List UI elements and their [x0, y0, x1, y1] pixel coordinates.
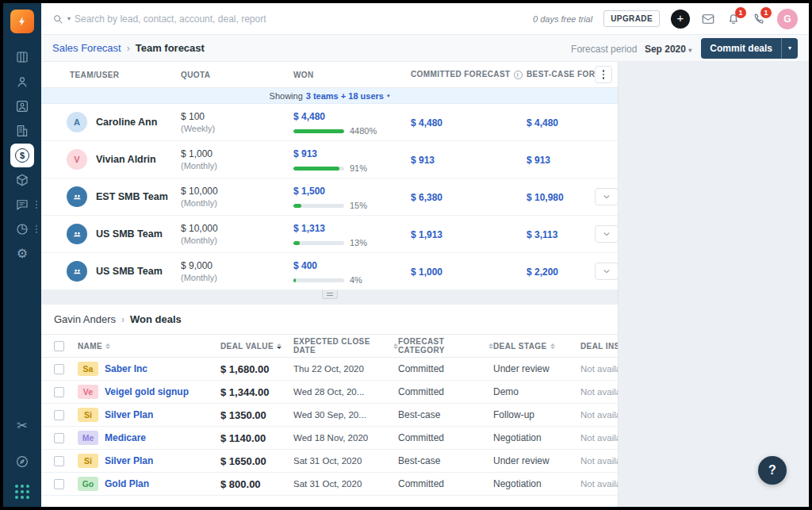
resize-drag-handle[interactable] — [322, 290, 338, 299]
sidebar-item-shortcuts[interactable]: ✂ — [15, 413, 29, 438]
deal-name-link[interactable]: Saber Inc — [105, 363, 147, 374]
committed-forecast-link[interactable]: $ 4,480 — [411, 117, 442, 128]
showing-teams-users-link[interactable]: 3 teams + 18 users — [306, 91, 384, 101]
best-case-forecast-link[interactable]: $ 4,480 — [527, 117, 558, 128]
sidebar-item-contacts[interactable] — [3, 69, 41, 94]
team-user-name[interactable]: Caroline Ann — [96, 117, 157, 128]
deal-row: SiSilver Plan $ 1650.00 Sat 31 Oct, 2020… — [41, 450, 618, 473]
table-kebab-menu-button[interactable] — [595, 66, 612, 83]
best-case-forecast-link[interactable]: $ 3,113 — [527, 229, 557, 240]
row-checkbox[interactable] — [54, 387, 64, 397]
freshworks-logo[interactable] — [10, 10, 34, 33]
expand-row-button[interactable] — [595, 188, 619, 205]
row-checkbox[interactable] — [54, 433, 64, 443]
team-user-name[interactable]: EST SMB Team — [96, 191, 168, 202]
chevron-down-icon — [603, 230, 611, 238]
team-user-name[interactable]: US SMB Team — [96, 228, 163, 240]
search-caret-icon[interactable]: ▾ — [67, 16, 71, 22]
committed-forecast-link[interactable]: $ 1,913 — [411, 229, 442, 240]
won-percent: 4% — [350, 275, 362, 285]
team-group-icon — [71, 191, 83, 203]
column-header-won[interactable]: WON — [293, 71, 411, 79]
sidebar-bottom: ✂ — [15, 413, 29, 499]
sort-icon[interactable] — [277, 343, 282, 349]
expand-row-button[interactable] — [595, 263, 619, 280]
breadcrumb-sales-forecast[interactable]: Sales Forecast — [52, 42, 121, 54]
deal-name-link[interactable]: Veigel gold signup — [105, 386, 189, 397]
column-header-deal-value[interactable]: DEAL VALUE — [220, 342, 293, 351]
sidebar-item-leads[interactable] — [3, 94, 41, 118]
team-user-name[interactable]: Vivian Aldrin — [96, 154, 156, 165]
column-header-deal-insight[interactable]: DEAL INSIG... — [580, 342, 618, 351]
item-kebab-icon[interactable] — [36, 201, 37, 209]
breadcrumb-separator-icon: › — [127, 43, 130, 54]
team-avatar — [67, 224, 87, 244]
column-header-close-date[interactable]: EXPECTED CLOSE DATE — [293, 337, 398, 355]
sidebar-item-settings[interactable]: ⚙ — [3, 241, 41, 266]
apps-switcher-icon[interactable] — [15, 485, 29, 499]
info-icon[interactable]: i — [514, 71, 523, 79]
row-checkbox[interactable] — [54, 364, 64, 374]
team-user-name[interactable]: US SMB Team — [96, 266, 163, 277]
commit-deals-button[interactable]: Commit deals ▾ — [701, 38, 798, 59]
search-icon[interactable] — [52, 13, 63, 25]
upgrade-button[interactable]: UPGRADE — [603, 10, 660, 27]
column-header-best-case[interactable]: BEST-CASE FOREC...i — [527, 70, 595, 79]
active-pill: $ — [10, 144, 34, 167]
won-amount-link[interactable]: $ 913 — [293, 148, 317, 159]
email-button[interactable] — [701, 12, 715, 26]
sidebar-item-products[interactable] — [3, 167, 41, 192]
deal-stage: Follow-up — [493, 409, 534, 420]
notifications-button[interactable]: 1 — [726, 12, 741, 26]
sort-icon[interactable] — [550, 343, 555, 349]
deal-name-link[interactable]: Medicare — [105, 432, 146, 443]
won-amount-link[interactable]: $ 1,500 — [293, 186, 325, 197]
user-avatar[interactable]: G — [777, 9, 798, 29]
best-case-forecast-link[interactable]: $ 913 — [527, 155, 550, 166]
sidebar-item-accounts[interactable] — [3, 118, 41, 143]
progress-bar — [293, 241, 344, 245]
deal-row: VeVeigel gold signup $ 1,344.00 Wed 28 O… — [41, 381, 618, 404]
column-header-deal-stage[interactable]: DEAL STAGE — [493, 342, 580, 351]
forecast-table-header: TEAM/USER QUOTA WON COMMITTED FORECASTi … — [41, 62, 618, 88]
won-amount-link[interactable]: $ 1,313 — [293, 223, 325, 234]
breadcrumb-gavin-anders[interactable]: Gavin Anders — [54, 313, 116, 325]
pie-chart-icon — [15, 222, 29, 236]
phone-button[interactable]: 1 — [752, 12, 766, 26]
forecast-period-select[interactable]: Sep 2020 ▾ — [645, 44, 691, 55]
select-all-checkbox[interactable] — [54, 341, 64, 351]
expand-row-button[interactable] — [595, 225, 619, 243]
won-amount-link[interactable]: $ 4,480 — [293, 111, 325, 122]
sidebar-item-conversations[interactable] — [3, 192, 41, 217]
column-header-committed[interactable]: COMMITTED FORECASTi — [411, 70, 527, 79]
column-header-quota[interactable]: QUOTA — [181, 71, 293, 79]
help-button[interactable]: ? — [758, 456, 787, 485]
row-checkbox[interactable] — [54, 479, 64, 489]
team-group-icon — [71, 266, 83, 278]
add-new-button[interactable]: + — [671, 10, 690, 29]
committed-forecast-link[interactable]: $ 913 — [411, 155, 435, 166]
won-amount-link[interactable]: $ 400 — [293, 260, 317, 271]
best-case-forecast-link[interactable]: $ 10,980 — [527, 192, 564, 203]
column-header-team-user[interactable]: TEAM/USER — [41, 71, 181, 79]
lightning-icon — [17, 16, 28, 27]
row-checkbox[interactable] — [54, 456, 64, 466]
row-checkbox[interactable] — [54, 410, 64, 420]
item-kebab-icon[interactable] — [36, 225, 37, 233]
sidebar-item-reports[interactable] — [3, 217, 41, 241]
sidebar-item-dashboard[interactable] — [3, 44, 41, 69]
best-case-forecast-link[interactable]: $ 2,200 — [527, 267, 558, 278]
search-input[interactable] — [75, 13, 312, 25]
commit-deals-caret-icon[interactable]: ▾ — [781, 38, 798, 59]
committed-forecast-link[interactable]: $ 1,000 — [411, 267, 442, 278]
sort-icon[interactable] — [105, 343, 110, 349]
column-header-forecast-category[interactable]: FORECAST CATEGORY — [398, 337, 493, 355]
deal-name-link[interactable]: Gold Plan — [105, 478, 149, 489]
committed-forecast-link[interactable]: $ 6,380 — [411, 192, 442, 203]
sidebar-item-deals[interactable]: $ — [3, 143, 41, 167]
deal-forecast-category: Committed — [398, 478, 444, 489]
column-header-name[interactable]: NAME — [65, 342, 220, 351]
deal-name-link[interactable]: Silver Plan — [105, 409, 153, 420]
deal-name-link[interactable]: Silver Plan — [105, 455, 153, 466]
sidebar-item-explore[interactable] — [15, 449, 29, 474]
